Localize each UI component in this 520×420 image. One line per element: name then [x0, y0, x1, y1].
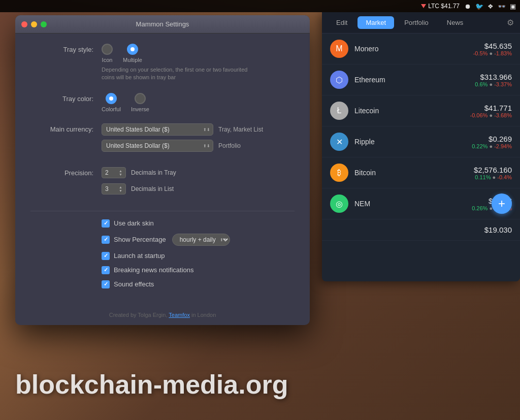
- market-item-partial: $19.030: [322, 219, 520, 241]
- precision-label: Precision:: [30, 167, 102, 177]
- litecoin-price: $41.771: [470, 104, 512, 112]
- tray-style-radio-group: Icon Multiple: [102, 44, 295, 63]
- watermark: blockchain-media.org: [15, 369, 288, 400]
- show-percentage-checkbox[interactable]: [102, 236, 110, 244]
- breaking-news-item: Breaking news notifications: [102, 266, 295, 274]
- footer-suffix: in London: [190, 312, 216, 318]
- tab-news[interactable]: News: [439, 16, 472, 29]
- tray-color-row: Tray color: Colorful Inverse: [30, 93, 295, 112]
- dark-skin-label: Use dark skin: [114, 219, 154, 227]
- main-currency-label: Main currency:: [30, 123, 102, 133]
- dark-skin-checkbox[interactable]: [102, 219, 110, 228]
- precision-content: 2 ▲▼ Decimals in Tray 3 ▲▼ Decimals i: [102, 167, 295, 200]
- settings-body: Tray style: Icon Multiple Depending on y…: [15, 34, 310, 310]
- tab-market[interactable]: Market: [358, 16, 394, 29]
- list-precision-arrows[interactable]: ▲▼: [119, 185, 122, 192]
- twitter-icon[interactable]: 🐦: [475, 3, 483, 10]
- tray-colorful-radio[interactable]: [106, 93, 117, 104]
- nem-icon: ◎: [330, 195, 348, 213]
- glasses-icon[interactable]: 👓: [498, 3, 506, 10]
- bitcoin-change1: 0.11%: [475, 174, 491, 180]
- launch-startup-checkbox[interactable]: [102, 252, 110, 260]
- tray-multiple-radio[interactable]: [127, 44, 138, 55]
- footer-text: Created by Tolga Ergin,: [109, 312, 169, 318]
- checkboxes-spacer: [30, 219, 102, 221]
- sound-effects-checkbox[interactable]: [102, 280, 110, 288]
- partial-price: $19.030: [484, 225, 512, 234]
- divider: [30, 211, 295, 211]
- monero-price: $45.635: [473, 42, 512, 50]
- tray-inverse-radio[interactable]: [135, 93, 146, 104]
- tray-inverse-label: Inverse: [131, 106, 149, 112]
- ltc-triangle-icon: [421, 4, 426, 8]
- list-precision-row: 3 ▲▼ Decimals in List: [102, 183, 295, 195]
- checkbox-group: Use dark skin Show Percentage hourly + d…: [102, 219, 295, 288]
- gear-icon[interactable]: ⚙: [507, 18, 514, 27]
- litecoin-changes: -0.06% ● -3.68%: [470, 112, 512, 118]
- teamfox-link[interactable]: Teamfox: [169, 312, 190, 318]
- settings-window: Mammon Settings Tray style: Icon Multipl…: [15, 15, 310, 325]
- tray-currency-select[interactable]: United States Dollar ($): [102, 123, 213, 136]
- nem-name: NEM: [354, 200, 472, 208]
- tray-style-hint: Depending on your selection, the first o…: [102, 66, 254, 82]
- monero-dot1: ●: [489, 50, 494, 56]
- tray-multiple-label: Multiple: [123, 57, 142, 63]
- portfolio-currency-select[interactable]: United States Dollar ($): [102, 140, 213, 152]
- portfolio-currency-row: United States Dollar ($) Portfolio: [102, 140, 295, 152]
- titlebar: Mammon Settings: [15, 15, 310, 34]
- record-icon[interactable]: ⏺: [465, 3, 471, 10]
- tray-icon-option[interactable]: Icon: [102, 44, 113, 63]
- market-item-nem: ◎ NEM + $0.168 0.26% ● -4.72%: [322, 188, 520, 219]
- tray-style-content: Icon Multiple Depending on your selectio…: [102, 44, 295, 82]
- tray-inverse-option[interactable]: Inverse: [131, 93, 149, 112]
- market-item-ethereum: ⬡ Ethereum $313.966 0.6% ● -3.37%: [322, 64, 520, 95]
- add-coin-button[interactable]: +: [492, 193, 512, 214]
- ethereum-change1: 0.6%: [475, 81, 488, 87]
- show-percentage-label: Show Percentage: [114, 236, 166, 243]
- bitcoin-dot1: ●: [493, 174, 498, 180]
- ethereum-price-col: $313.966 0.6% ● -3.37%: [475, 73, 512, 87]
- settings-footer: Created by Tolga Ergin, Teamfox in Londo…: [15, 310, 310, 325]
- tray-icon-radio[interactable]: [102, 44, 113, 55]
- tab-portfolio[interactable]: Portfolio: [396, 16, 437, 29]
- close-button[interactable]: [21, 21, 27, 27]
- ltc-price: LTC $41.77: [421, 3, 460, 10]
- ripple-change2: -2.94%: [494, 143, 512, 149]
- litecoin-dot1: ●: [489, 112, 494, 118]
- ltc-price-label: LTC $41.77: [428, 3, 460, 10]
- breaking-news-checkbox[interactable]: [102, 266, 110, 274]
- ethereum-icon: ⬡: [330, 71, 348, 89]
- sound-effects-label: Sound effects: [114, 280, 154, 288]
- launch-startup-label: Launch at startup: [114, 252, 165, 260]
- dropbox-icon[interactable]: ❖: [488, 3, 494, 10]
- market-item-ripple: ✕ Ripple $0.269 0.22% ● -2.94%: [322, 126, 520, 157]
- minimize-button[interactable]: [31, 21, 37, 27]
- tray-colorful-option[interactable]: Colorful: [102, 93, 121, 112]
- tray-currency-select-wrapper: United States Dollar ($): [102, 123, 213, 136]
- dark-skin-item: Use dark skin: [102, 219, 295, 228]
- portfolio-currency-select-wrapper: United States Dollar ($): [102, 140, 213, 152]
- tray-precision-row: 2 ▲▼ Decimals in Tray: [102, 167, 295, 178]
- ripple-dot1: ●: [489, 143, 494, 149]
- tray-currency-row: United States Dollar ($) Tray, Market Li…: [102, 123, 295, 136]
- launch-startup-item: Launch at startup: [102, 252, 295, 260]
- maximize-button[interactable]: [41, 21, 47, 27]
- market-item-bitcoin: ₿ Bitcoin $2,576.160 0.11% ● -0.4%: [322, 157, 520, 188]
- list-precision-spinner[interactable]: 3 ▲▼: [102, 183, 126, 195]
- tray-precision-spinner[interactable]: 2 ▲▼: [102, 167, 126, 178]
- screen-icon[interactable]: ▣: [510, 3, 516, 10]
- ethereum-changes: 0.6% ● -3.37%: [475, 81, 512, 87]
- tray-precision-arrows[interactable]: ▲▼: [119, 169, 122, 176]
- ripple-price-col: $0.269 0.22% ● -2.94%: [472, 135, 512, 149]
- tray-multiple-option[interactable]: Multiple: [123, 44, 142, 63]
- monero-change1: -0.5%: [473, 50, 488, 56]
- percentage-dropdown[interactable]: hourly + daily hourly daily: [172, 234, 230, 246]
- monero-changes: -0.5% ● -1.83%: [473, 50, 512, 56]
- bitcoin-name: Bitcoin: [354, 169, 474, 177]
- bitcoin-changes: 0.11% ● -0.4%: [474, 174, 512, 180]
- checkboxes-row: Use dark skin Show Percentage hourly + d…: [30, 219, 295, 288]
- litecoin-icon: Ł: [330, 102, 348, 120]
- monero-name: Monero: [354, 45, 473, 53]
- tab-edit[interactable]: Edit: [328, 16, 355, 29]
- litecoin-name: Litecoin: [354, 107, 470, 115]
